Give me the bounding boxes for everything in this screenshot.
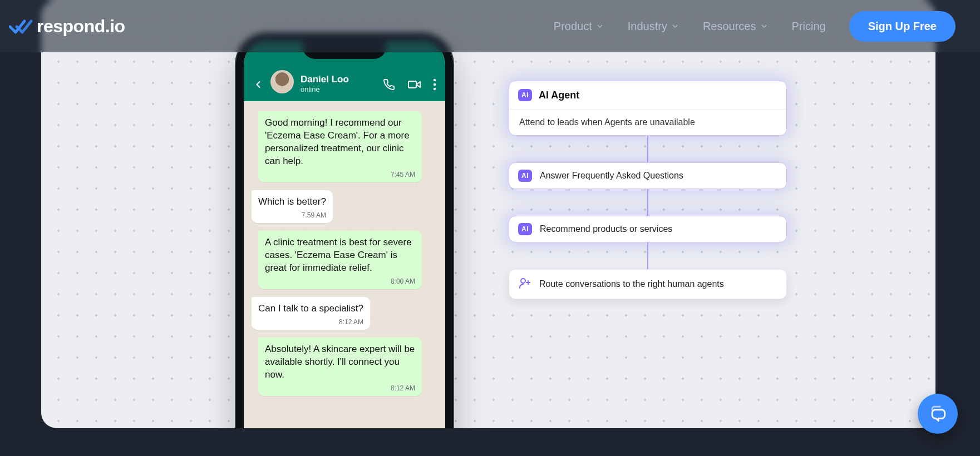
flow-step-label: Answer Frequently Asked Questions: [540, 171, 683, 181]
chevron-down-icon: [671, 22, 679, 31]
nav-label: Resources: [703, 20, 756, 33]
phone-mockup: Daniel Loo online Good mo: [236, 33, 453, 428]
chat-timestamp: 8:12 AM: [258, 318, 363, 326]
svg-rect-0: [408, 81, 416, 88]
contact-name: Daniel Loo: [301, 74, 349, 85]
chat-bubble: A clinic treatment is best for severe ca…: [258, 231, 422, 289]
nav-label: Product: [554, 20, 592, 33]
chat-text: Which is better?: [258, 196, 326, 207]
svg-marker-1: [416, 82, 420, 87]
chat-text: Can I talk to a specialist?: [258, 303, 363, 314]
nav-product[interactable]: Product: [554, 20, 604, 33]
person-route-icon: [518, 276, 531, 292]
site-header: respond.io Product Industry Resources Pr…: [0, 0, 980, 52]
brand-logo[interactable]: respond.io: [9, 16, 125, 37]
logo-mark-icon: [9, 17, 33, 36]
svg-point-2: [434, 79, 436, 81]
flow-step-label: Recommend products or services: [540, 224, 672, 234]
chat-timestamp: 8:00 AM: [265, 277, 415, 286]
chat-text: Absolutely! A skincare expert will be av…: [265, 344, 415, 380]
signup-button[interactable]: Sign Up Free: [849, 11, 956, 42]
nav-label: Pricing: [792, 20, 826, 33]
chat-timestamp: 8:12 AM: [265, 384, 415, 393]
video-call-icon[interactable]: [407, 78, 421, 93]
chat-bubble: Good morning! I recommend our 'Eczema Ea…: [258, 111, 422, 182]
flow-step: AI Answer Frequently Asked Questions: [509, 162, 787, 189]
ai-badge-icon: AI: [518, 223, 532, 235]
contact-info[interactable]: Daniel Loo online: [301, 74, 349, 93]
ai-card-title: AI Agent: [539, 90, 579, 101]
chat-bubble: Which is better? 7.59 AM: [252, 190, 333, 223]
chat-timestamp: 7.59 AM: [258, 211, 326, 220]
whatsapp-messages: Good morning! I recommend our 'Eczema Ea…: [244, 101, 445, 428]
phone-screen: Daniel Loo online Good mo: [244, 41, 445, 428]
chat-timestamp: 7:45 AM: [265, 170, 415, 179]
flow-step: Route conversations to the right human a…: [509, 269, 787, 299]
contact-status: online: [301, 85, 349, 93]
primary-nav: Product Industry Resources Pricing Sign …: [554, 11, 956, 42]
dot-grid-bg: [41, 0, 935, 428]
ai-card-subtitle: Attend to leads when Agents are unavaila…: [509, 110, 786, 135]
more-menu-icon[interactable]: [433, 78, 436, 93]
flow-connector: [647, 189, 648, 216]
nav-resources[interactable]: Resources: [703, 20, 769, 33]
svg-point-3: [434, 83, 436, 86]
chat-text: A clinic treatment is best for severe ca…: [265, 237, 412, 273]
ai-agent-card: AI AI Agent Attend to leads when Agents …: [509, 81, 787, 136]
nav-industry[interactable]: Industry: [628, 20, 679, 33]
svg-point-4: [434, 88, 436, 90]
ai-badge-icon: AI: [518, 89, 532, 101]
chat-bubble: Can I talk to a specialist? 8:12 AM: [252, 297, 370, 330]
svg-point-5: [521, 279, 525, 283]
phone-call-icon[interactable]: [383, 78, 395, 93]
chat-bubble: Absolutely! A skincare expert will be av…: [258, 338, 422, 396]
chevron-down-icon: [595, 22, 604, 31]
flow-step-label: Route conversations to the right human a…: [539, 279, 724, 289]
chat-text: Good morning! I recommend our 'Eczema Ea…: [265, 117, 410, 166]
brand-name: respond.io: [37, 16, 125, 37]
back-arrow-icon[interactable]: [253, 79, 264, 93]
flow-connector: [647, 136, 648, 162]
nav-pricing[interactable]: Pricing: [792, 20, 826, 33]
contact-avatar[interactable]: [270, 70, 294, 93]
chevron-down-icon: [760, 22, 769, 31]
hero-panel: Daniel Loo online Good mo: [41, 0, 935, 428]
flow-step: AI Recommend products or services: [509, 216, 787, 242]
nav-label: Industry: [628, 20, 667, 33]
chat-widget-button[interactable]: [918, 394, 958, 434]
chat-bubbles-icon: [928, 404, 947, 423]
ai-badge-icon: AI: [518, 170, 532, 182]
workflow-diagram: AI AI Agent Attend to leads when Agents …: [509, 81, 787, 299]
flow-connector: [647, 242, 648, 269]
